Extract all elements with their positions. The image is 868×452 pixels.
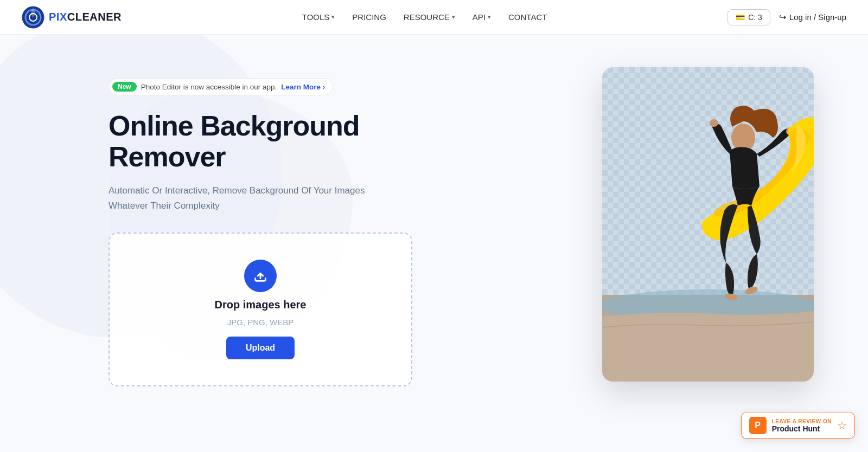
hero-subtitle: Automatic Or Interactive, Remove Backgro… [108, 183, 369, 212]
hero-left: New Photo Editor is now accessible in ou… [108, 67, 434, 386]
svg-point-7 [710, 119, 718, 127]
product-hunt-badge[interactable]: P LEAVE A REVIEW ON Product Hunt ☆ [741, 412, 855, 439]
upload-arrow-icon [253, 268, 268, 283]
logo-text: PIXCLEANER [49, 11, 122, 23]
upload-button[interactable]: Upload [226, 337, 295, 359]
ph-star-icon: ☆ [837, 419, 847, 432]
chevron-down-icon: ▾ [452, 14, 455, 21]
credits-count: C: 3 [748, 13, 762, 22]
nav-item-tools[interactable]: TOOLS ▾ [302, 12, 335, 22]
drop-text: Drop images here [215, 299, 307, 311]
logo-link[interactable]: PIXCLEANER [22, 6, 122, 29]
nav-right: 💳 C: 3 ↪ Log in / Sign-up [727, 9, 846, 25]
product-hunt-text: LEAVE A REVIEW ON Product Hunt [772, 418, 832, 433]
chevron-down-icon: ▾ [488, 14, 491, 21]
learn-more-link[interactable]: Learn More › [281, 83, 325, 91]
credits-icon: 💳 [736, 13, 745, 22]
logo-icon [22, 6, 44, 29]
chevron-down-icon: ▾ [331, 14, 335, 21]
hero-demo-image [602, 67, 814, 382]
upload-icon [244, 260, 277, 292]
upload-dropzone[interactable]: Drop images here JPG, PNG, WEBP Upload [108, 233, 412, 386]
chevron-right-icon: › [323, 83, 325, 91]
announcement-badge[interactable]: New Photo Editor is now accessible in ou… [108, 78, 333, 95]
new-badge: New [112, 82, 137, 92]
login-button[interactable]: ↪ Log in / Sign-up [779, 12, 846, 22]
nav-item-pricing[interactable]: PRICING [352, 12, 386, 22]
login-arrow-icon: ↪ [779, 12, 786, 22]
nav-item-api[interactable]: API ▾ [473, 12, 491, 22]
badge-text: Photo Editor is now accessible in our ap… [141, 83, 277, 91]
navbar: PIXCLEANER TOOLS ▾ PRICING RESOURCE ▾ AP… [0, 0, 868, 35]
hero-section: New Photo Editor is now accessible in ou… [0, 35, 868, 452]
hero-title: Online Background Remover [108, 111, 434, 172]
upload-formats: JPG, PNG, WEBP [227, 318, 294, 327]
credits-button[interactable]: 💳 C: 3 [727, 9, 770, 25]
hero-image-container [602, 67, 814, 382]
nav-item-contact[interactable]: CONTACT [508, 12, 547, 22]
nav-item-resource[interactable]: RESOURCE ▾ [404, 12, 455, 22]
product-hunt-icon: P [749, 417, 767, 434]
nav-links: TOOLS ▾ PRICING RESOURCE ▾ API ▾ CONTACT [302, 12, 547, 22]
hero-right [602, 67, 814, 382]
